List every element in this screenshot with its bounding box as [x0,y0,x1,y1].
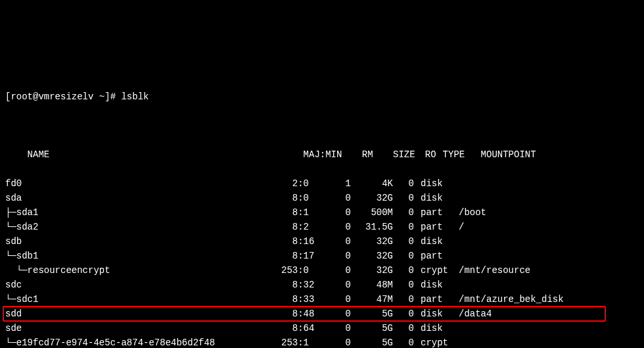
cell-size: 32G [351,263,393,278]
table-row: └─sdb1 8:17032G0 part [5,249,639,263]
table-row: sdc 8:32048M0 disk [5,278,639,292]
col-size: SIZE [373,147,415,162]
cell-size: 48M [351,278,393,292]
col-spacer [436,147,443,162]
cell-name: └─sda2 [5,220,281,234]
table-row: fd0 2:014K0 disk [5,176,639,191]
cell-spacer [414,278,421,292]
cell-type: disk [421,278,459,292]
cell-spacer [414,205,421,220]
cell-size: 500M [351,205,393,220]
cell-ro: 0 [393,336,414,348]
cell-spacer [414,307,421,321]
table-row: sdb 8:16032G0 disk [5,234,639,249]
cell-rm: 1 [329,176,351,191]
cell-spacer [414,321,421,336]
cell-mountpoint: /mnt/resource [459,263,530,278]
cell-name: sda [5,191,281,205]
cell-spacer [414,191,421,205]
cell-type: crypt [421,336,459,348]
cell-ro: 0 [393,234,414,249]
cell-ro: 0 [393,278,414,292]
cell-ro: 0 [393,249,414,263]
cell-ro: 0 [393,220,414,234]
col-rm: RM [351,147,373,162]
cell-size: 5G [351,307,393,321]
cell-name: sdb [5,234,281,249]
cell-majmin: 8:32 [281,278,329,292]
cell-mountpoint: / [459,220,464,234]
cell-rm: 0 [329,263,351,278]
cell-ro: 0 [393,176,414,191]
cell-size: 5G [351,336,393,348]
cell-ro: 0 [393,307,414,321]
table-row: └─sdc1 8:33047M0 part/mnt/azure_bek_disk [5,292,639,307]
cell-spacer [414,176,421,191]
cell-spacer [414,292,421,307]
cell-majmin: 253:1 [281,336,329,348]
cell-type: part [421,205,459,220]
cell-type: crypt [421,263,459,278]
col-type: TYPE [443,147,481,162]
table-row: ├─sda1 8:10500M0 part/boot [5,205,639,220]
cell-size: 47M [351,292,393,307]
cell-name: sde [5,321,281,336]
cell-rm: 0 [329,191,351,205]
cell-majmin: 8:16 [281,234,329,249]
cell-size: 32G [351,191,393,205]
cell-ro: 0 [393,263,414,278]
table-row: └─resourceencrypt253:0032G0 crypt/mnt/re… [5,263,639,278]
cell-ro: 0 [393,321,414,336]
cell-rm: 0 [329,234,351,249]
cell-rm: 0 [329,307,351,321]
table-row: sda 8:0032G0 disk [5,191,639,205]
col-name: NAME [28,147,304,162]
cell-spacer [414,249,421,263]
terminal-output: [root@vmresizelv ~]# lsblk NAMEMAJ:MINRM… [5,61,639,348]
cell-majmin: 8:0 [281,191,329,205]
table-row: sde 8:6405G0 disk [5,321,639,336]
cell-ro: 0 [393,292,414,307]
cell-size: 31.5G [351,220,393,234]
cell-majmin: 8:1 [281,205,329,220]
cell-type: disk [421,307,459,321]
cell-majmin: 8:2 [281,220,329,234]
col-ro: RO [415,147,436,162]
cell-type: part [421,220,459,234]
cell-majmin: 8:64 [281,321,329,336]
cell-rm: 0 [329,205,351,220]
cell-name: ├─sda1 [5,205,281,220]
cell-rm: 0 [329,278,351,292]
cell-type: disk [421,191,459,205]
cell-rm: 0 [329,220,351,234]
cell-spacer [414,234,421,249]
cell-majmin: 8:17 [281,249,329,263]
cell-rm: 0 [329,292,351,307]
table-row: sdd 8:4805G0 disk/data4 [5,307,639,321]
cell-type: part [421,292,459,307]
cell-ro: 0 [393,191,414,205]
table-row: └─sda2 8:2031.5G0 part/ [5,220,639,234]
cell-majmin: 8:33 [281,292,329,307]
cell-type: disk [421,234,459,249]
cell-majmin: 253:0 [281,263,329,278]
cell-spacer [414,336,421,348]
lsblk-header: NAMEMAJ:MINRMSIZERO TYPEMOUNTPOINT [5,133,639,147]
cell-mountpoint: /mnt/azure_bek_disk [459,292,564,307]
cell-name: └─sdb1 [5,249,281,263]
cell-rm: 0 [329,336,351,348]
cell-name: └─sdc1 [5,292,281,307]
cell-ro: 0 [393,205,414,220]
cell-name: └─e19fcd77-e974-4e5c-a874-e78e4b6d2f48 [5,336,281,348]
cell-spacer [414,263,421,278]
cell-size: 4K [351,176,393,191]
cell-size: 32G [351,234,393,249]
cell-size: 5G [351,321,393,336]
table-row: └─e19fcd77-e974-4e5c-a874-e78e4b6d2f4825… [5,336,639,348]
col-majmin: MAJ:MIN [304,147,351,162]
cell-majmin: 8:48 [281,307,329,321]
cell-name: sdd [5,307,281,321]
cell-name: fd0 [5,176,281,191]
cell-rm: 0 [329,249,351,263]
cell-name: └─resourceencrypt [5,263,281,278]
